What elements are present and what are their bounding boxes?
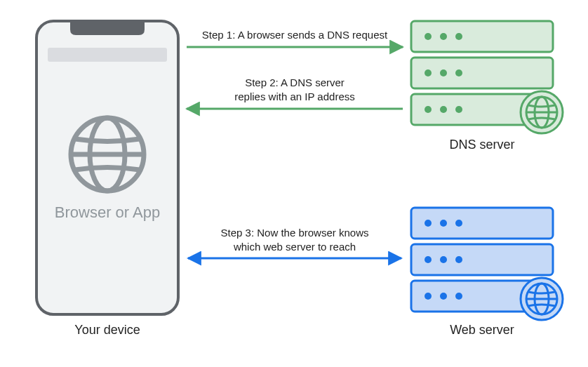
dns-server-label: DNS server (411, 138, 553, 152)
web-server-label: Web server (411, 323, 553, 338)
svg-point-8 (425, 33, 432, 40)
svg-point-16 (455, 106, 462, 113)
device-label: Your device (36, 323, 178, 338)
svg-point-29 (455, 256, 462, 263)
svg-point-15 (440, 106, 447, 113)
svg-point-31 (440, 293, 447, 300)
svg-point-13 (455, 69, 462, 76)
svg-point-26 (455, 220, 462, 227)
dns-globe-icon (521, 91, 563, 133)
step3-text: Step 3: Now the browser knows which web … (187, 226, 403, 255)
svg-point-12 (440, 69, 447, 76)
svg-rect-6 (411, 58, 553, 88)
svg-point-9 (440, 33, 447, 40)
step1-text: Step 1: A browser sends a DNS request (187, 28, 403, 42)
svg-point-24 (425, 220, 432, 227)
device (36, 21, 178, 314)
svg-point-32 (455, 293, 462, 300)
svg-point-30 (425, 293, 432, 300)
svg-point-28 (440, 256, 447, 263)
svg-rect-22 (411, 244, 553, 275)
svg-rect-1 (48, 48, 167, 62)
svg-point-11 (425, 69, 432, 76)
dns-server (411, 21, 563, 133)
svg-point-14 (425, 106, 432, 113)
svg-rect-21 (411, 208, 553, 239)
svg-rect-5 (411, 21, 553, 52)
svg-point-27 (425, 256, 432, 263)
dns-diagram (0, 0, 588, 367)
step2-text: Step 2: A DNS server replies with an IP … (187, 76, 403, 105)
web-globe-icon (521, 278, 563, 320)
device-app-text: Browser or App (36, 203, 178, 222)
svg-point-25 (440, 220, 447, 227)
web-server (411, 208, 563, 320)
svg-point-10 (455, 33, 462, 40)
